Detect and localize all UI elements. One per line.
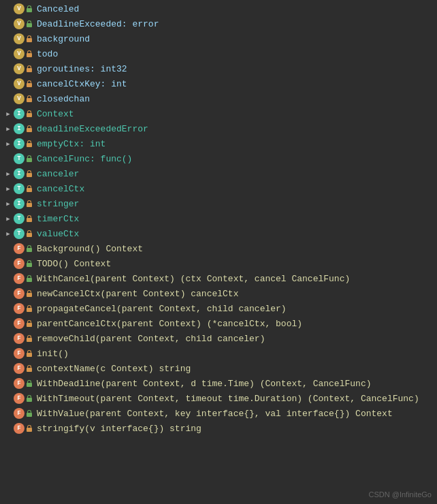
tree-item[interactable]: FpropagateCancel(parent Context, child c…	[0, 301, 437, 316]
item-label: emptyCtx: int	[37, 139, 106, 149]
lock-icon	[26, 230, 33, 237]
expand-arrow[interactable]	[3, 138, 14, 149]
lock-icon	[26, 410, 33, 417]
lock-icon	[26, 140, 33, 147]
tree-item[interactable]: Vclosedchan	[0, 91, 437, 106]
type-badge: F	[14, 303, 25, 314]
item-label: WithDeadline(parent Context, d time.Time…	[37, 379, 371, 389]
expand-arrow[interactable]	[3, 198, 14, 209]
lock-icon	[26, 35, 33, 42]
item-label: WithTimeout(parent Context, timeout time…	[37, 394, 419, 404]
type-badge: F	[14, 408, 25, 419]
no-arrow	[3, 78, 14, 89]
tree-item[interactable]: IContext	[0, 106, 437, 121]
type-badge: F	[14, 393, 25, 404]
expand-arrow[interactable]	[3, 108, 14, 119]
item-label: deadlineExceededError	[37, 124, 148, 134]
item-label: newCancelCtx(parent Context) cancelCtx	[37, 289, 238, 299]
tree-item[interactable]: VDeadlineExceeded: error	[0, 16, 437, 31]
item-label: background	[37, 34, 90, 44]
type-badge: V	[14, 3, 25, 14]
item-label: stringify(v interface{}) string	[37, 424, 201, 434]
lock-icon	[26, 215, 33, 222]
tree-item[interactable]: FcontextName(c Context) string	[0, 361, 437, 376]
tree-item[interactable]: VcancelCtxKey: int	[0, 76, 437, 91]
no-arrow	[3, 273, 14, 284]
tree-item[interactable]: FWithDeadline(parent Context, d time.Tim…	[0, 376, 437, 391]
item-label: cancelCtxKey: int	[37, 79, 127, 89]
tree-item[interactable]: FWithValue(parent Context, key interface…	[0, 406, 437, 421]
item-label: removeChild(parent Context, child cancel…	[37, 334, 265, 344]
tree-item[interactable]: FremoveChild(parent Context, child cance…	[0, 331, 437, 346]
tree-item[interactable]: VCanceled	[0, 1, 437, 16]
lock-icon	[26, 20, 33, 27]
tree-item[interactable]: TtimerCtx	[0, 211, 437, 226]
item-label: parentCancelCtx(parent Context) (*cancel…	[37, 319, 302, 329]
expand-arrow[interactable]	[3, 183, 14, 194]
item-label: goroutines: int32	[37, 64, 127, 74]
no-arrow	[3, 288, 14, 299]
type-badge: F	[14, 348, 25, 359]
tree-item[interactable]: IemptyCtx: int	[0, 136, 437, 151]
no-arrow	[3, 33, 14, 44]
expand-arrow[interactable]	[3, 123, 14, 134]
tree-item[interactable]: FWithCancel(parent Context) (ctx Context…	[0, 271, 437, 286]
item-label: Canceled	[37, 4, 79, 14]
tree-item[interactable]: Fstringify(v interface{}) string	[0, 421, 437, 436]
type-badge: V	[14, 33, 25, 44]
item-label: stringer	[37, 199, 79, 209]
type-badge: V	[14, 63, 25, 74]
tree-item[interactable]: Finit()	[0, 346, 437, 361]
no-arrow	[3, 303, 14, 314]
tree-item[interactable]: Vtodo	[0, 46, 437, 61]
lock-icon	[26, 350, 33, 357]
type-badge: V	[14, 93, 25, 104]
item-label: closedchan	[37, 94, 90, 104]
expand-arrow[interactable]	[3, 213, 14, 224]
tree-item[interactable]: Icanceler	[0, 166, 437, 181]
item-label: todo	[37, 49, 58, 59]
no-arrow	[3, 333, 14, 344]
lock-icon	[26, 5, 33, 12]
expand-arrow[interactable]	[3, 228, 14, 239]
no-arrow	[3, 318, 14, 329]
tree-item[interactable]: Vbackground	[0, 31, 437, 46]
lock-icon	[26, 290, 33, 297]
lock-icon	[26, 170, 33, 177]
tree-item[interactable]: IdeadlineExceededError	[0, 121, 437, 136]
lock-icon	[26, 125, 33, 132]
tree-item[interactable]: FWithTimeout(parent Context, timeout tim…	[0, 391, 437, 406]
tree-item[interactable]: TvalueCtx	[0, 226, 437, 241]
type-badge: T	[14, 153, 25, 164]
lock-icon	[26, 260, 33, 267]
lock-icon	[26, 380, 33, 387]
item-label: CancelFunc: func()	[37, 154, 132, 164]
tree-item[interactable]: FparentCancelCtx(parent Context) (*cance…	[0, 316, 437, 331]
no-arrow	[3, 258, 14, 269]
tree-item[interactable]: FnewCancelCtx(parent Context) cancelCtx	[0, 286, 437, 301]
expand-arrow[interactable]	[3, 168, 14, 179]
type-badge: T	[14, 228, 25, 239]
no-arrow	[3, 408, 14, 419]
tree-item[interactable]: FTODO() Context	[0, 256, 437, 271]
type-badge: V	[14, 78, 25, 89]
lock-icon	[26, 425, 33, 432]
type-badge: F	[14, 288, 25, 299]
item-label: Background() Context	[37, 244, 143, 254]
tree-item[interactable]: Istringer	[0, 196, 437, 211]
type-badge: F	[14, 423, 25, 434]
tree-item[interactable]: TcancelCtx	[0, 181, 437, 196]
type-badge: T	[14, 213, 25, 224]
tree-item[interactable]: FBackground() Context	[0, 241, 437, 256]
lock-icon	[26, 395, 33, 402]
item-label: valueCtx	[37, 229, 79, 239]
no-arrow	[3, 93, 14, 104]
type-badge: I	[14, 168, 25, 179]
tree-item[interactable]: TCancelFunc: func()	[0, 151, 437, 166]
item-label: init()	[37, 349, 69, 359]
tree-item[interactable]: Vgoroutines: int32	[0, 61, 437, 76]
type-badge: F	[14, 273, 25, 284]
no-arrow	[3, 393, 14, 404]
type-badge: F	[14, 318, 25, 329]
type-badge: F	[14, 363, 25, 374]
